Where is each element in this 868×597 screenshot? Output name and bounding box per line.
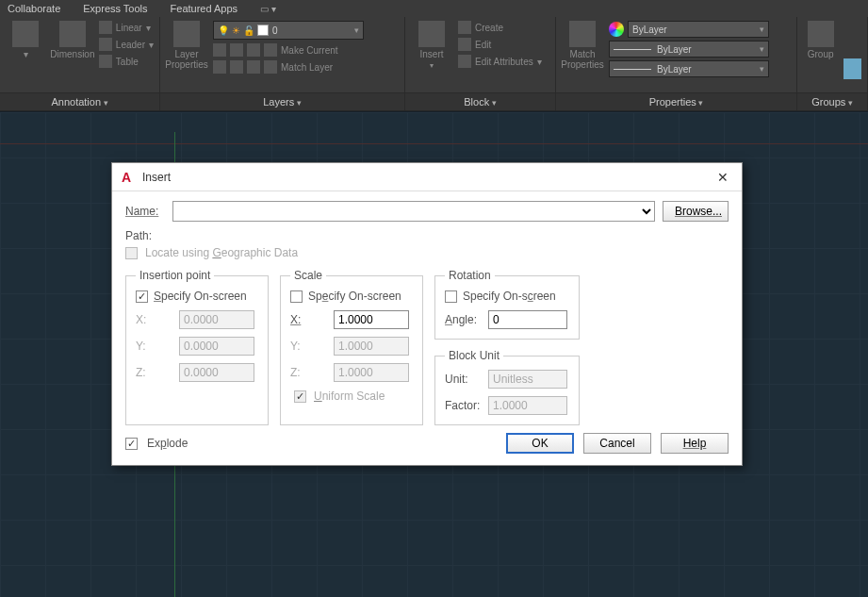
rot-specify-checkbox[interactable] xyxy=(445,290,457,303)
color-combo[interactable]: ByLayer xyxy=(628,21,769,38)
block-edit-button[interactable]: Edit xyxy=(458,38,542,51)
ip-y-input xyxy=(179,337,254,356)
scale-y-label: Y: xyxy=(290,340,326,353)
angle-input[interactable] xyxy=(488,310,567,329)
scale-x-input[interactable] xyxy=(334,310,409,329)
layer-row-tools[interactable]: Make Current xyxy=(213,43,399,57)
sun-icon: ☀ xyxy=(232,25,240,36)
lineweight-combo[interactable]: ByLayer xyxy=(609,41,769,58)
color-wheel-icon xyxy=(609,22,624,37)
dimension-label: Dimension xyxy=(50,49,94,59)
name-combo[interactable] xyxy=(172,201,655,222)
angle-label: Angle: xyxy=(445,313,481,326)
ok-button[interactable]: OK xyxy=(506,433,574,454)
layer-combo[interactable]: 💡 ☀ 🔓 0 xyxy=(213,21,364,40)
ribbon: ▾ Dimension Linear ▾ Leader ▾ Table Anno… xyxy=(0,17,868,111)
panel-annotation: ▾ Dimension Linear ▾ Leader ▾ Table Anno… xyxy=(0,17,160,110)
explode-label: Explode xyxy=(147,437,188,450)
geo-checkbox xyxy=(125,247,138,259)
block-edit-attributes-button[interactable]: Edit Attributes ▾ xyxy=(458,55,542,68)
uniform-scale-label: Uniform Scale xyxy=(314,390,385,403)
unit-input xyxy=(488,370,567,389)
insert-dialog: Insert ✕ Name: Browse... Path: Locate us… xyxy=(111,162,743,466)
match-properties-label: Match Properties xyxy=(561,49,604,70)
factor-input xyxy=(488,396,567,415)
ip-specify-checkbox[interactable] xyxy=(136,290,148,303)
panel-title-annotation[interactable]: Annotation xyxy=(0,92,159,110)
menu-express-tools[interactable]: Express Tools xyxy=(83,3,147,14)
ip-x-input xyxy=(179,310,254,329)
ip-z-label: Z: xyxy=(136,366,172,379)
ip-specify-label: Specify On-screen xyxy=(154,290,247,303)
group-button[interactable]: Group xyxy=(803,21,838,59)
layer-properties-button[interactable]: Layer Properties xyxy=(166,21,207,70)
layers-icon xyxy=(173,21,200,47)
insertion-point-legend: Insertion point xyxy=(136,269,214,282)
autocad-icon xyxy=(122,170,137,185)
path-label: Path: xyxy=(125,229,165,242)
top-menubar: Collaborate Express Tools Featured Apps … xyxy=(0,0,868,17)
panel-title-block[interactable]: Block xyxy=(405,92,555,110)
match-properties-button[interactable]: Match Properties xyxy=(562,21,603,70)
lock-icon: 🔓 xyxy=(243,25,254,36)
group-icon xyxy=(808,21,834,47)
dialog-title: Insert xyxy=(142,171,171,184)
scale-specify-label: Specify On-screen xyxy=(308,290,401,303)
menu-collaborate[interactable]: Collaborate xyxy=(8,3,60,14)
table-button[interactable]: Table xyxy=(99,55,154,68)
lightbulb-icon: 💡 xyxy=(218,25,229,36)
block-create-button[interactable]: Create xyxy=(458,21,542,34)
panel-title-groups[interactable]: Groups xyxy=(797,92,867,110)
uniform-scale-checkbox xyxy=(294,390,306,403)
panel-title-layers[interactable]: Layers xyxy=(160,92,404,110)
linear-button[interactable]: Linear ▾ xyxy=(99,21,154,34)
rotation-group: Rotation Specify On-screen Angle: xyxy=(434,269,580,340)
dialog-titlebar: Insert ✕ xyxy=(112,163,742,191)
scale-specify-checkbox[interactable] xyxy=(290,290,303,303)
layer-color-swatch xyxy=(257,25,269,36)
annotation-subtools: Linear ▾ Leader ▾ Table xyxy=(99,21,154,68)
insert-block-label: Insert xyxy=(419,49,443,59)
unit-label: Unit: xyxy=(445,373,481,386)
rot-specify-label: Specify On-screen xyxy=(463,290,556,303)
match-layer-button[interactable]: Match Layer xyxy=(213,60,399,74)
panel-properties: Match Properties ByLayer ByLayer ByLayer… xyxy=(556,17,797,110)
insert-block-button[interactable]: Insert▾ xyxy=(411,21,452,70)
insert-block-icon xyxy=(418,21,445,47)
text-button[interactable]: ▾ xyxy=(6,21,46,59)
text-icon xyxy=(12,21,39,47)
close-icon[interactable]: ✕ xyxy=(713,168,732,187)
linear-icon xyxy=(99,21,112,34)
ip-y-label: Y: xyxy=(136,340,172,353)
menu-featured-apps[interactable]: Featured Apps xyxy=(171,3,238,14)
dimension-button[interactable]: Dimension xyxy=(52,21,93,59)
cancel-button[interactable]: Cancel xyxy=(583,433,651,454)
help-button[interactable]: Help xyxy=(661,433,729,454)
block-unit-legend: Block Unit xyxy=(445,349,503,362)
panel-layers: Layer Properties 💡 ☀ 🔓 0 Make Current Ma… xyxy=(160,17,405,110)
leader-button[interactable]: Leader ▾ xyxy=(99,38,154,51)
menu-overflow-icon[interactable]: ▭ ▾ xyxy=(260,4,276,14)
rotation-legend: Rotation xyxy=(445,269,495,282)
browse-button[interactable]: Browse... xyxy=(663,201,729,222)
scale-y-input xyxy=(334,337,409,356)
dimension-icon xyxy=(59,21,86,47)
scale-z-input xyxy=(334,363,409,382)
ip-x-label: X: xyxy=(136,313,172,326)
scale-legend: Scale xyxy=(290,269,326,282)
linetype-combo[interactable]: ByLayer xyxy=(609,60,769,77)
factor-label: Factor: xyxy=(445,399,481,412)
panel-title-properties[interactable]: Properties xyxy=(556,92,796,110)
panel-groups: Group Groups xyxy=(797,17,868,110)
block-unit-group: Block Unit Unit: Factor: xyxy=(434,349,580,425)
scale-z-label: Z: xyxy=(290,366,326,379)
table-icon xyxy=(99,55,112,68)
leader-icon xyxy=(99,38,112,51)
layer-combo-value: 0 xyxy=(272,25,278,36)
layer-properties-label: Layer Properties xyxy=(165,49,208,70)
ip-z-input xyxy=(179,363,254,382)
group-extra-icon[interactable] xyxy=(843,58,861,79)
explode-checkbox[interactable] xyxy=(125,438,138,450)
axis-x xyxy=(0,143,868,144)
insertion-point-group: Insertion point Specify On-screen X: Y: … xyxy=(125,269,269,425)
